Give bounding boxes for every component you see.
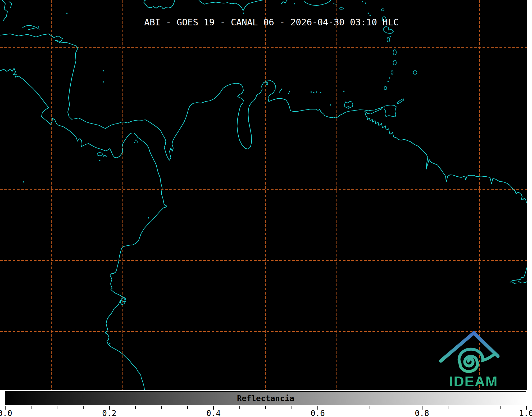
colorbar-tick [161, 406, 162, 409]
colorbar-tick-label: 0.4 [206, 409, 221, 417]
coastline-roatan-island [29, 28, 35, 30]
figure: ABI - GOES 19 - CANAL 06 - 2026-04-30 03… [0, 0, 532, 417]
islet-san-andres [103, 81, 104, 83]
islet-pearl-2 [137, 141, 139, 143]
colorbar-tick [500, 406, 501, 409]
coastline-central-america-caribbean-coast [0, 34, 527, 203]
islet-los-roques-1 [311, 91, 312, 93]
island-dominica [387, 37, 390, 42]
island-martinique [393, 50, 396, 55]
colorbar-tick [396, 406, 396, 409]
hurricane-spiral-icon [459, 349, 495, 372]
colorbar-tick [448, 406, 448, 409]
coastline-jamaica [144, 0, 175, 9]
islet-la-tortuga [330, 104, 331, 106]
island-margarita [344, 101, 353, 108]
islet-pearl-1 [135, 140, 137, 141]
ideam-logo-text: IDEAM [449, 373, 498, 389]
colorbar-tick [187, 406, 188, 409]
island-trinidad [384, 105, 396, 117]
island-aruba [266, 82, 268, 85]
islet-marie-galante [390, 36, 391, 38]
island-st-croix [339, 8, 343, 9]
islet-pearl-3 [134, 142, 135, 143]
coastline-curacao [279, 89, 282, 92]
islet-providencia [103, 70, 104, 72]
colorbar-tick [265, 406, 266, 409]
islet-st-kitts [368, 13, 369, 14]
island-guadeloupe [383, 26, 393, 34]
island-grenada [384, 86, 387, 90]
islet-grenadines-1 [389, 77, 390, 79]
islet-grenadines-2 [388, 81, 389, 82]
islet-swan-island [66, 13, 68, 14]
islet-nevis [370, 15, 371, 16]
colorbar-tick [370, 406, 370, 409]
islet-st-martin [362, 1, 363, 2]
colorbar-tick-label: 0.6 [311, 409, 325, 417]
islet-los-roques-3 [316, 91, 317, 93]
islet-lobos [109, 343, 111, 345]
satellite-map: ABI - GOES 19 - CANAL 06 - 2026-04-30 03… [0, 0, 527, 390]
colorbar: Reflectancia [5, 391, 526, 405]
colorbar-tick [57, 406, 57, 409]
colorbar-tick [474, 406, 474, 409]
island-st-vincent [391, 71, 393, 74]
colorbar-label: Reflectancia [237, 394, 294, 403]
map-title: ABI - GOES 19 - CANAL 06 - 2026-04-30 03… [16, 17, 527, 27]
coastline-puerto-rico-south-coast [304, 0, 336, 6]
colorbar-tick-label: 0.8 [415, 409, 429, 417]
islet-mona [294, 3, 295, 4]
island-tobago [397, 99, 404, 104]
island-coiba [97, 153, 102, 156]
colorbar-tick [83, 406, 84, 409]
colorbar-tick-label: 1.0 [519, 409, 532, 417]
islet-malpelo [99, 160, 101, 161]
islet-anguilla [365, 3, 366, 4]
coastline-amazon-mouth-coast [510, 267, 527, 283]
coastline-hispaniola-south-coast [199, 0, 287, 11]
colorbar-tick [344, 406, 344, 409]
colorbar-tick [135, 406, 136, 409]
islet-la-orchila [320, 92, 321, 93]
islet-cocos [23, 181, 24, 183]
islet-beata [243, 13, 244, 14]
colorbar-tick [31, 406, 31, 409]
islet-la-blanquilla [343, 91, 345, 92]
colorbar-tick-label: 0.2 [102, 409, 116, 417]
colorbar-tick [239, 406, 240, 409]
islet-los-roques-2 [313, 92, 315, 93]
islet-gorgona [148, 217, 149, 219]
island-cebaco [103, 155, 106, 157]
coastline-pacific-coast [0, 68, 167, 390]
ideam-logo: IDEAM [431, 327, 516, 390]
island-barbuda [381, 9, 384, 11]
island-barbados [413, 71, 417, 74]
coastline-bonaire [288, 91, 290, 94]
island-st-lucia [393, 60, 396, 65]
colorbar-tick [292, 406, 292, 409]
islet-coche [348, 108, 349, 109]
colorbar-tick-label: 0.0 [0, 409, 12, 417]
